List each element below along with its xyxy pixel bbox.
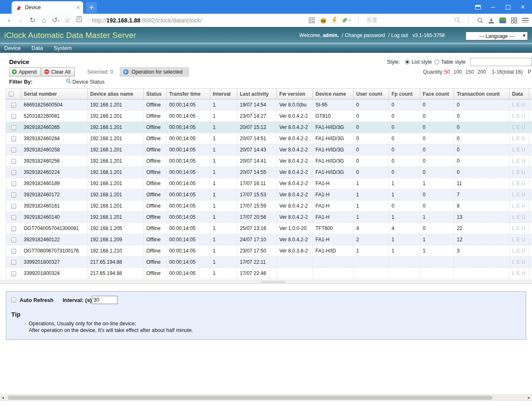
column-header-fp-count[interactable]: Fp count — [389, 89, 420, 99]
data-link-u[interactable]: U — [522, 136, 525, 141]
data-link-l[interactable]: L — [512, 225, 515, 231]
lightning-icon[interactable] — [332, 17, 337, 24]
row-checkbox[interactable] — [11, 159, 16, 164]
cell-select[interactable] — [6, 122, 21, 133]
menu-icon[interactable] — [522, 18, 529, 22]
radio-icon[interactable] — [434, 59, 439, 64]
cell-select[interactable] — [6, 234, 21, 245]
data-link-l[interactable]: L — [512, 147, 515, 153]
qr-code-icon[interactable] — [308, 17, 315, 24]
device-row[interactable]: 3929182460140192.168.1.201Offline00:00;1… — [6, 212, 532, 223]
data-link-u[interactable]: U — [522, 270, 525, 276]
speed-mode-icon[interactable] — [499, 17, 506, 24]
cell-select[interactable] — [6, 167, 21, 178]
cell-select[interactable] — [6, 212, 21, 223]
data-link-u[interactable]: U — [522, 181, 525, 186]
find-icon[interactable] — [477, 17, 483, 24]
data-link-u[interactable]: U — [522, 102, 525, 108]
interval-input[interactable] — [92, 296, 118, 304]
menu-item-system[interactable]: System — [54, 45, 71, 51]
data-link-e[interactable]: E — [517, 259, 520, 265]
column-header-face-count[interactable]: Face count — [420, 89, 454, 99]
apps-grid-icon[interactable] — [511, 17, 517, 24]
device-row[interactable]: OGT7080067073100176192.168.1.210Offline0… — [6, 245, 532, 257]
new-tab-button[interactable]: + — [86, 2, 97, 13]
resize-grip-icon[interactable] — [261, 281, 285, 283]
data-link-u[interactable]: U — [522, 214, 525, 220]
cell-select[interactable] — [6, 201, 21, 212]
search-box[interactable]: 百度 — [367, 17, 450, 24]
cell-select[interactable] — [6, 99, 21, 111]
search-icon[interactable] — [454, 17, 461, 23]
device-row[interactable]: 5203182260081192.168.1.201Offline00:00;1… — [6, 111, 532, 122]
row-checkbox[interactable] — [11, 114, 16, 119]
menu-item-device[interactable]: Device — [4, 45, 21, 51]
data-link-e[interactable]: E — [517, 124, 520, 130]
change-password-link[interactable]: Change password — [345, 32, 385, 38]
scroll-left-icon[interactable]: ◂ — [2, 395, 4, 400]
data-link-e[interactable]: E — [517, 214, 520, 220]
home-icon[interactable]: ⌂ — [38, 16, 50, 25]
device-row[interactable]: 3929182460264192.168.1.201Offline00:00;1… — [6, 133, 532, 144]
column-header-device-alias-name[interactable]: Device alias name — [88, 89, 144, 99]
quantity-current[interactable]: 50 — [444, 69, 450, 75]
style-option[interactable]: Table style — [434, 59, 466, 65]
logout-link[interactable]: Log out — [391, 32, 408, 38]
quantity-option[interactable]: 100 — [453, 69, 462, 75]
window-minimize-icon[interactable]: – — [485, 0, 500, 14]
cell-serial[interactable]: 3929182460140 — [21, 212, 88, 223]
address-bar[interactable]: http://192.168.1.88:8082/iclock/data/icl… — [92, 17, 202, 24]
data-link-u[interactable]: U — [522, 147, 525, 153]
bookmark-star-icon[interactable]: ☆ — [62, 16, 73, 25]
append-button[interactable]: Append — [9, 67, 41, 77]
row-checkbox[interactable] — [11, 260, 16, 265]
data-link-u[interactable]: U — [522, 259, 525, 265]
cell-select[interactable] — [6, 223, 21, 234]
browser-tab[interactable]: Device × — [12, 1, 83, 14]
row-checkbox[interactable] — [11, 148, 16, 153]
device-row[interactable]: 3929182460161192.168.1.201Offline00:00;1… — [6, 201, 532, 212]
cell-serial[interactable]: 3929182460224 — [21, 167, 88, 178]
data-link-e[interactable]: E — [517, 237, 520, 243]
cell-serial[interactable]: OGT7040057041300081 — [21, 223, 88, 234]
data-link-l[interactable]: L — [512, 181, 515, 186]
auto-refresh-checkbox[interactable] — [11, 297, 16, 302]
row-checkbox[interactable] — [11, 181, 16, 186]
cell-select[interactable] — [6, 268, 21, 279]
select-all-checkbox[interactable] — [9, 92, 14, 97]
data-link-l[interactable]: L — [512, 124, 515, 130]
window-maximize-icon[interactable] — [500, 0, 515, 14]
data-link-u[interactable]: U — [522, 225, 525, 231]
style-option[interactable]: List style — [405, 59, 432, 65]
cell-serial[interactable]: 3399201800324 — [21, 268, 88, 279]
data-link-u[interactable]: U — [522, 203, 525, 209]
column-header-serial-number[interactable]: Serial number — [21, 89, 88, 99]
cell-serial[interactable]: 66691825600504 — [21, 99, 88, 111]
scroll-right-icon[interactable]: ▸ — [528, 395, 530, 400]
data-link-l[interactable]: L — [512, 203, 515, 209]
column-header-user-count[interactable]: User count — [354, 89, 389, 99]
download-icon[interactable] — [488, 17, 495, 24]
data-link-l[interactable]: L — [512, 259, 515, 265]
device-row[interactable]: 3399201800327217.65.194.88Offline00:00;1… — [6, 257, 532, 268]
data-link-e[interactable]: E — [517, 270, 520, 276]
data-link-e[interactable]: E — [517, 203, 520, 209]
data-link-e[interactable]: E — [517, 225, 520, 231]
operation-for-selected-button[interactable]: Operation for selected — [120, 67, 189, 77]
data-link-u[interactable]: U — [522, 158, 525, 164]
notes-icon[interactable] — [73, 16, 85, 25]
data-link-l[interactable]: L — [512, 214, 515, 220]
data-link-l[interactable]: L — [512, 248, 515, 254]
row-checkbox[interactable] — [11, 103, 16, 108]
cell-serial[interactable]: 3929182460189 — [21, 178, 88, 189]
bee-icon[interactable] — [320, 17, 327, 24]
table-resize-bar[interactable] — [0, 280, 532, 284]
data-link-e[interactable]: E — [517, 181, 520, 186]
row-checkbox[interactable] — [11, 204, 16, 209]
cell-serial[interactable]: 3929182460264 — [21, 133, 88, 144]
cell-serial[interactable]: 3929182460265 — [21, 122, 88, 133]
cell-select[interactable] — [6, 189, 21, 201]
menu-item-data[interactable]: Data — [32, 45, 43, 51]
row-checkbox[interactable] — [11, 226, 16, 231]
data-link-u[interactable]: U — [522, 113, 525, 119]
